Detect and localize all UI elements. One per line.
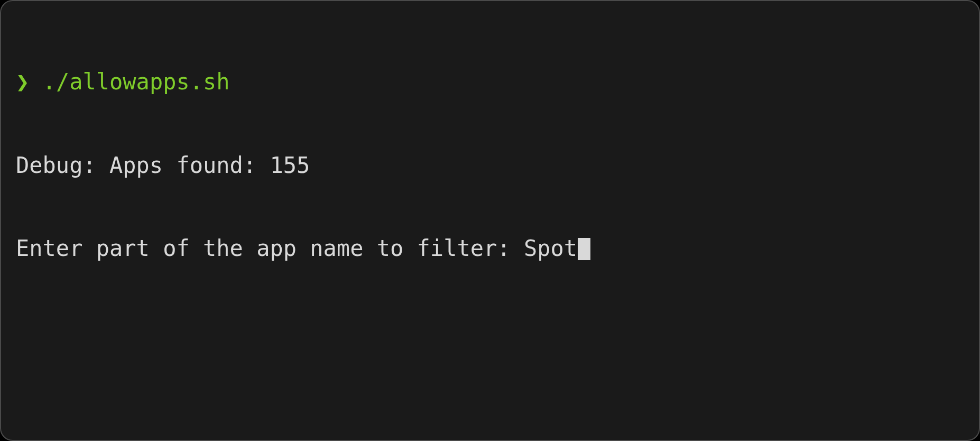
- debug-label: Debug: Apps found:: [16, 152, 270, 178]
- input-prompt-text: Enter part of the app name to filter:: [16, 235, 524, 261]
- cursor-icon: [578, 238, 590, 260]
- prompt-symbol: ❯: [16, 69, 29, 95]
- command-line: ❯ ./allowapps.sh: [16, 68, 964, 96]
- debug-output-line: Debug: Apps found: 155: [16, 152, 964, 180]
- debug-count: 155: [270, 152, 310, 178]
- input-prompt-line[interactable]: Enter part of the app name to filter: Sp…: [16, 235, 964, 263]
- user-typed-input[interactable]: Spot: [524, 235, 577, 261]
- terminal-window[interactable]: ❯ ./allowapps.sh Debug: Apps found: 155 …: [0, 0, 980, 441]
- entered-command: ./allowapps.sh: [43, 69, 230, 95]
